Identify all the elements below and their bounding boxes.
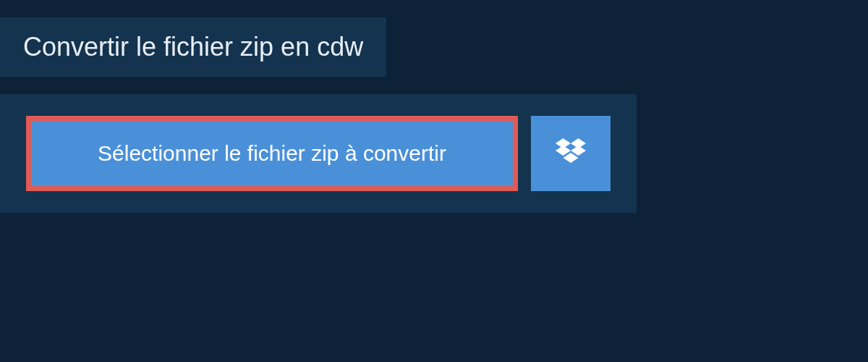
select-file-label: Sélectionner le fichier zip à convertir xyxy=(98,141,446,166)
dropbox-icon xyxy=(556,138,586,169)
header-tab: Convertir le fichier zip en cdw xyxy=(0,17,386,77)
select-file-button[interactable]: Sélectionner le fichier zip à convertir xyxy=(26,116,518,191)
page-title: Convertir le fichier zip en cdw xyxy=(23,32,363,62)
upload-panel: Sélectionner le fichier zip à convertir xyxy=(0,94,637,213)
dropbox-button[interactable] xyxy=(531,116,610,191)
